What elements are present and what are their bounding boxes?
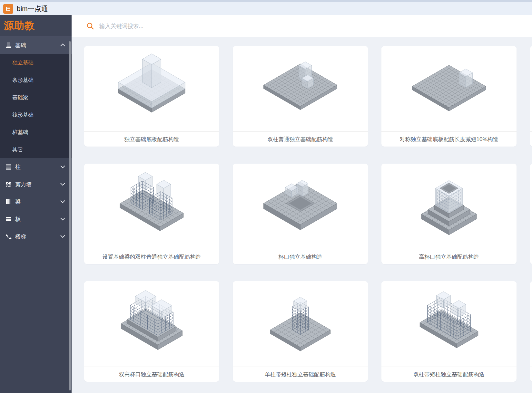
app-logo: 源助教 [0,15,72,36]
sidebar-item-foundation[interactable]: 基础 [0,36,72,54]
chevron-down-icon [60,235,65,238]
model-card-title: 杯口独立基础构造 [233,249,368,264]
model-card[interactable]: 独立基础底板配筋构造 [84,46,219,147]
sidebar-subitem-strip-foundation[interactable]: 条形基础 [0,71,72,89]
sidebar-subitem-pile-foundation[interactable]: 桩基础 [0,123,72,141]
model-card-partial[interactable] [530,46,532,147]
model-thumbnail [233,164,368,249]
search-bar [72,15,532,37]
model-thumbnail [233,281,368,367]
model-thumbnail [530,164,532,249]
sidebar-subitem-other[interactable]: 其它 [0,141,72,158]
model-card-title: 双柱带短柱独立基础配筋构造 [381,367,517,382]
sidebar: 源助教 基础 独立基础 条形基础 基础梁 筏形基础 桩基础 其它 柱 [0,15,72,393]
shearwall-icon [6,181,12,187]
model-card-partial[interactable] [530,281,532,382]
slab-icon [6,216,12,222]
foundation-icon [6,42,12,48]
sidebar-subitem-raft-foundation[interactable]: 筏形基础 [0,106,72,123]
sidebar-item-column[interactable]: 柱 [0,158,72,176]
sidebar-item-label: 板 [15,216,21,223]
model-card-title: 设置基础梁的双柱普通独立基础配筋构造 [84,249,219,264]
model-card[interactable]: 双高杯口独立基础配筋构造 [84,281,219,382]
model-thumbnail [530,281,532,367]
model-thumbnail [381,281,517,367]
model-thumbnail [381,46,517,131]
model-card-title: 高杯口独立基础配筋构造 [381,249,517,264]
chevron-down-icon [60,217,65,221]
model-card[interactable]: 杯口独立基础构造 [233,164,368,264]
model-card[interactable]: 对称独立基础底板配筋长度减短10%构造 [381,46,517,147]
model-thumbnail [84,164,219,249]
model-card[interactable]: 双柱普通独立基础配筋构造 [233,46,368,147]
chevron-down-icon [60,183,65,186]
model-card-title: 双柱普通独立基础配筋构造 [233,131,368,147]
model-thumbnail [381,164,517,249]
page-title: bim一点通 [17,4,48,13]
sidebar-item-slab[interactable]: 板 [0,210,72,228]
search-input[interactable] [99,23,326,30]
model-card-title: 单柱带短柱独立基础配筋构造 [233,367,368,382]
model-thumbnail [84,281,219,367]
chevron-down-icon [60,200,65,203]
sidebar-subitem-foundation-beam[interactable]: 基础梁 [0,89,72,106]
chevron-down-icon [60,165,65,168]
browser-title-bar: bim一点通 [0,0,532,15]
model-card-title: 对称独立基础底板配筋长度减短10%构造 [381,131,517,147]
model-card-title: 独立基础底板配筋构造 [84,131,219,147]
sidebar-item-label: 梁 [15,198,21,206]
model-thumbnail [233,46,368,131]
sidebar-item-label: 剪力墙 [15,181,32,188]
sidebar-item-beam[interactable]: 梁 [0,193,72,210]
model-card-partial[interactable] [530,164,532,264]
column-icon [6,164,12,170]
sidebar-item-label: 楼梯 [15,233,26,240]
sidebar-item-label: 柱 [15,163,21,171]
sidebar-scrollbar-thumb[interactable] [69,41,71,390]
beam-icon [6,199,12,205]
sidebar-subitem-independent-foundation[interactable]: 独立基础 [0,54,72,71]
model-card[interactable]: 单柱带短柱独立基础配筋构造 [233,281,368,382]
model-card-title: 双高杯口独立基础配筋构造 [84,367,219,382]
stairs-icon [6,234,12,239]
model-card[interactable]: 设置基础梁的双柱普通独立基础配筋构造 [84,164,219,264]
bim-logo-icon [3,4,13,14]
foundation-submenu: 独立基础 条形基础 基础梁 筏形基础 桩基础 其它 [0,54,72,158]
chevron-up-icon [60,43,65,47]
model-thumbnail [84,46,219,131]
sidebar-item-shear-wall[interactable]: 剪力墙 [0,176,72,193]
search-icon [86,22,94,30]
sidebar-item-stairs[interactable]: 楼梯 [0,228,72,245]
model-thumbnail [530,46,532,131]
sidebar-item-label: 基础 [15,42,26,49]
model-card[interactable]: 高杯口独立基础配筋构造 [381,164,517,264]
model-card[interactable]: 双柱带短柱独立基础配筋构造 [381,281,517,382]
